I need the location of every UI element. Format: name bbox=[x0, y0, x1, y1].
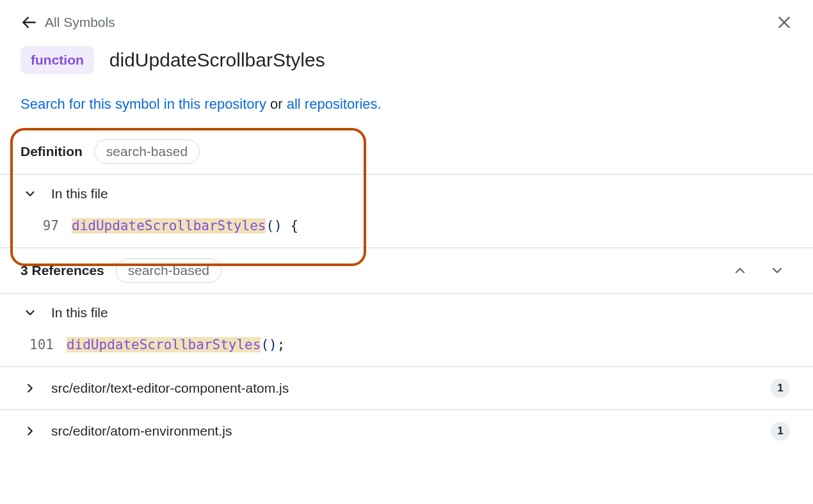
references-in-this-file-label: In this file bbox=[51, 305, 108, 320]
search-links-separator: or bbox=[270, 96, 287, 112]
definition-file-group-toggle[interactable]: In this file bbox=[0, 175, 813, 213]
reference-file-path: src/editor/text-editor-component-atom.js bbox=[51, 381, 289, 396]
reference-line-number: 101 bbox=[29, 337, 54, 352]
reference-code: didUpdateScrollbarStyles(); bbox=[67, 337, 285, 352]
chevron-right-icon bbox=[23, 381, 37, 395]
back-all-symbols-label: All Symbols bbox=[45, 15, 115, 30]
search-in-repo-link[interactable]: Search for this symbol in this repositor… bbox=[20, 96, 266, 112]
definition-code: didUpdateScrollbarStyles() { bbox=[72, 218, 298, 233]
definition-section-title: Definition bbox=[20, 144, 83, 159]
references-file-group-toggle[interactable]: In this file bbox=[0, 294, 813, 332]
chevron-right-icon bbox=[23, 424, 37, 438]
definition-code-row[interactable]: 97 didUpdateScrollbarStyles() { bbox=[0, 213, 813, 248]
reference-file-path: src/editor/atom-environment.js bbox=[51, 423, 232, 439]
references-section-title: 3 References bbox=[20, 263, 104, 278]
close-button[interactable] bbox=[776, 14, 793, 31]
definition-pill: search-based bbox=[94, 139, 200, 164]
reference-count-badge: 1 bbox=[771, 379, 790, 398]
chevron-down-icon bbox=[23, 187, 37, 201]
references-prev-button[interactable] bbox=[732, 263, 748, 278]
references-next-button[interactable] bbox=[769, 263, 785, 278]
reference-file-row[interactable]: src/editor/atom-environment.js 1 bbox=[0, 410, 813, 452]
arrow-left-icon bbox=[20, 14, 37, 31]
reference-count-badge: 1 bbox=[771, 421, 790, 441]
symbol-type-badge: function bbox=[20, 46, 94, 74]
back-all-symbols-link[interactable]: All Symbols bbox=[20, 14, 115, 31]
symbol-name: didUpdateScrollbarStyles bbox=[109, 49, 325, 71]
definition-in-this-file-label: In this file bbox=[51, 186, 108, 201]
search-all-repos-link[interactable]: all repositories. bbox=[287, 96, 382, 112]
definition-line-number: 97 bbox=[36, 218, 59, 233]
chevron-down-icon bbox=[23, 306, 37, 320]
reference-code-row[interactable]: 101 didUpdateScrollbarStyles(); bbox=[0, 332, 813, 367]
reference-file-row[interactable]: src/editor/text-editor-component-atom.js… bbox=[0, 367, 813, 410]
references-pill: search-based bbox=[116, 258, 221, 283]
